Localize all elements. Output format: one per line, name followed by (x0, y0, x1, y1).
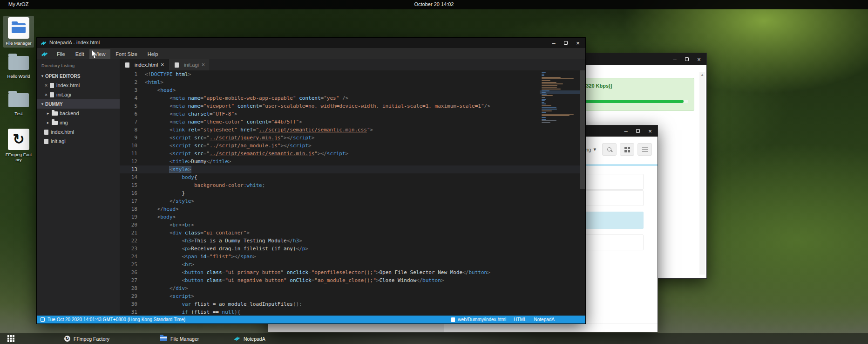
notepada-minimize-button[interactable]: – (550, 39, 557, 47)
close-editor-icon[interactable]: × (43, 92, 49, 97)
code-line[interactable]: 19 <body> (120, 213, 585, 221)
code-text: <html> (145, 78, 163, 86)
taskbar-item-ffmpeg-factory[interactable]: ↻FFmpeg Factory (61, 333, 113, 344)
tree-item-img[interactable]: ▸img (37, 118, 120, 127)
tree-item-label: init.agi (56, 92, 71, 97)
code-line[interactable]: 25 <br> (120, 261, 585, 268)
code-line[interactable]: 9 <script src="../script/jquery.min.js">… (120, 134, 585, 142)
code-line[interactable]: 27 <button class="ui negative button" on… (120, 276, 585, 284)
code-line[interactable]: 29 <script> (120, 292, 585, 300)
code-line[interactable]: 20 <br><br> (120, 221, 585, 229)
tree-section-dummy[interactable]: ▾DUMMY (37, 99, 120, 109)
line-number: 19 (120, 213, 145, 221)
code-line[interactable]: 11 <script src="../script/semantic/seman… (120, 150, 585, 158)
tab-init.agi[interactable]: init.agi× (169, 59, 210, 70)
code-line[interactable]: 14 body{ (120, 173, 585, 181)
editor-scrollbar[interactable] (580, 70, 585, 316)
notepada-logo-icon (41, 40, 47, 46)
line-number: 26 (120, 268, 145, 276)
menu-file[interactable]: File (52, 49, 70, 59)
ffmpeg-scrollbar[interactable]: ▲ (699, 72, 705, 275)
code-line[interactable]: 6 <meta charset="UTF-8"> (120, 110, 585, 118)
grid-view-button[interactable] (620, 143, 634, 156)
code-line[interactable]: 21 <div class="ui container"> (120, 229, 585, 237)
tree-item-label: index.html (56, 83, 80, 88)
app-launcher-button[interactable] (7, 335, 14, 342)
desktop-icon-ffmpeg-factory[interactable]: ↻FFmpeg Factory (3, 129, 34, 162)
line-number: 29 (120, 292, 145, 300)
code-line[interactable]: 28 </div> (120, 284, 585, 292)
tree-section-open-editors[interactable]: ▾OPEN EDITORS (37, 71, 120, 81)
folder-icon (12, 23, 26, 33)
tree-item-init.agi[interactable]: ×init.agi (37, 90, 120, 99)
code-line[interactable]: 22 <h3>This is a Dummy Testing Module</h… (120, 237, 585, 245)
taskbar-item-notepada[interactable]: NotepadA (230, 333, 269, 344)
menu-font-size[interactable]: Font Size (110, 49, 142, 59)
code-line[interactable]: 3 <head> (120, 86, 585, 94)
minimap-line (542, 87, 557, 88)
code-line[interactable]: 7 <meta name="theme-color" content="#4b7… (120, 118, 585, 126)
code-line[interactable]: 26 <button class="ui primary button" onc… (120, 268, 585, 276)
code-text: <meta name="apple-mobile-web-app-capable… (145, 94, 348, 102)
close-tab-icon[interactable]: × (161, 62, 164, 68)
code-line[interactable]: 23 <p>Received drag-in filelist (if any)… (120, 245, 585, 253)
code-line[interactable]: 2<html> (120, 78, 585, 86)
tree-item-backend[interactable]: ▸backend (37, 109, 120, 118)
notepada-titlebar[interactable]: NotepadA - index.html –× (37, 38, 585, 48)
line-number: 3 (120, 86, 145, 94)
sidebar-header: Directory Listing (37, 59, 120, 71)
close-tab-icon[interactable]: × (202, 62, 205, 68)
desktop-icon-hello-world[interactable]: Hello World (3, 56, 34, 79)
desktop-icon-test[interactable]: Test (3, 93, 34, 116)
code-line[interactable]: 16 } (120, 189, 585, 197)
menu-edit[interactable]: Edit (70, 49, 89, 59)
code-line[interactable]: 13 <style> (120, 165, 585, 173)
desktop-icon-file-manager[interactable]: File Manager (3, 16, 34, 48)
ffmpeg-close-button[interactable]: × (695, 55, 703, 63)
code-line[interactable]: 5 <meta name="viewport" content="user-sc… (120, 102, 585, 110)
notepada-window[interactable]: NotepadA - index.html –× FileEditViewFon… (36, 37, 586, 324)
code-text: <style> (145, 165, 191, 173)
code-line[interactable]: 1<!DOCTYPE html> (120, 70, 585, 78)
code-line[interactable]: 18 </head> (120, 205, 585, 213)
code-line[interactable]: 15 background-color:white; (120, 181, 585, 189)
list-view-button[interactable] (637, 143, 652, 156)
file-icon (125, 62, 129, 68)
ffmpeg-minimize-button[interactable]: – (671, 55, 678, 63)
tree-item-label: init.agi (51, 138, 66, 144)
notepada-maximize-button[interactable] (562, 39, 570, 47)
code-text: </style> (145, 197, 194, 205)
chevron-down-icon: ▾ (593, 146, 596, 152)
file-manager-close-button[interactable]: × (646, 127, 654, 135)
file-icon (50, 92, 54, 97)
file-manager-maximize-button[interactable] (634, 127, 642, 135)
notepada-close-button[interactable]: × (574, 39, 582, 47)
code-editor[interactable]: 1<!DOCTYPE html>2<html>3 <head>4 <meta n… (120, 70, 585, 316)
code-line[interactable]: 4 <meta name="apple-mobile-web-app-capab… (120, 94, 585, 102)
code-line[interactable]: 17 </style> (120, 197, 585, 205)
ffmpeg-maximize-button[interactable] (683, 55, 691, 63)
code-line[interactable]: 12 <title>Dummy</title> (120, 158, 585, 165)
line-number: 6 (120, 110, 145, 118)
statusbar-language[interactable]: HTML (514, 317, 526, 322)
close-editor-icon[interactable]: × (43, 83, 49, 88)
tree-item-index.html[interactable]: index.html (37, 127, 120, 137)
scroll-up-icon[interactable]: ▲ (699, 73, 705, 77)
code-line[interactable]: 10 <script src="../script/ao_module.js">… (120, 142, 585, 150)
file-icon (451, 317, 455, 322)
tree-item-init.agi[interactable]: init.agi (37, 137, 120, 146)
code-line[interactable]: 31 if (flist == null){ (120, 308, 585, 316)
taskbar-item-file-manager[interactable]: File Manager (156, 333, 203, 344)
file-manager-minimize-button[interactable]: – (622, 127, 630, 135)
code-line[interactable]: 24 <span id="flist"></span> (120, 253, 585, 261)
menu-help[interactable]: Help (142, 49, 163, 59)
code-line[interactable]: 8 <link rel="stylesheet" href="../script… (120, 126, 585, 134)
scrollbar-thumb[interactable] (580, 70, 585, 189)
tab-index.html[interactable]: index.html× (120, 59, 169, 70)
search-button[interactable] (602, 143, 617, 156)
editor-minimap[interactable] (542, 72, 579, 124)
file-icon (44, 139, 48, 144)
code-line[interactable]: 30 var flist = ao_module_loadInputFiles(… (120, 300, 585, 308)
code-text: <h3>This is a Dummy Testing Module</h3> (145, 237, 302, 245)
tree-item-index.html[interactable]: ×index.html (37, 81, 120, 90)
